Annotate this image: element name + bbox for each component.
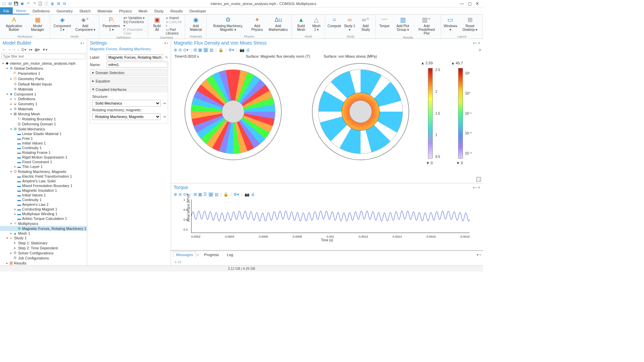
tree-node[interactable]: Rotating Frame 1 <box>22 150 51 155</box>
compute-button[interactable]: =Compute <box>327 15 341 28</box>
component-button[interactable]: ◈Component 1 ▾ <box>52 15 72 32</box>
zoom-extent-icon[interactable]: ⊙▾ <box>183 48 189 52</box>
zoom-in-icon[interactable]: ⊕ <box>174 192 177 197</box>
panel-controls[interactable]: ▾ ▪ <box>80 41 84 45</box>
tree-node[interactable]: Linear Elastic Material 1 <box>22 132 61 136</box>
study-1-button[interactable]: ∞Study 1 ▾ <box>342 15 357 32</box>
zoom-in-icon[interactable]: ⊕ <box>174 48 177 52</box>
tree-node[interactable]: Global Definitions <box>14 66 43 70</box>
tree-node[interactable]: Geometry Parts <box>18 77 44 81</box>
tree-node[interactable]: Solid Mechanics <box>18 127 45 131</box>
mb-nav-icon[interactable]: ← <box>2 48 6 52</box>
print-icon[interactable]: 🖨 <box>246 48 250 52</box>
qat-btn[interactable]: ▢ <box>1 1 7 6</box>
mb-nav-icon[interactable]: → <box>8 48 11 52</box>
add-plot-group-button[interactable]: ▥Add Plot Group ▾ <box>392 15 413 32</box>
variables-button[interactable]: a= Variables ▾ <box>123 16 145 20</box>
panel-controls[interactable]: ▾ ▪ ✕ <box>473 41 480 45</box>
tree-node[interactable]: Job Configurations <box>18 256 49 260</box>
tree-node[interactable]: Rotating Machinery, Magnetic <box>18 170 67 174</box>
tab-results[interactable]: Results <box>167 7 186 14</box>
tree-node[interactable]: Geometry 1 <box>18 102 37 106</box>
close-tab-icon[interactable]: × <box>197 253 199 257</box>
tree-node[interactable]: Ampère's Law 2 <box>22 202 49 206</box>
goto-icon[interactable]: ⇥ <box>163 101 166 106</box>
tree-node[interactable]: Step 1: Stationary <box>18 241 47 245</box>
plot-area-flux-stress[interactable]: Time=0.0018 s Surface: Magnetic flux den… <box>171 53 483 183</box>
functions-button[interactable]: f(x) Functions ▾ <box>123 20 145 27</box>
tree-node[interactable]: Electric Field Transformation 1 <box>22 174 72 178</box>
view-icon[interactable]: ☰ <box>203 192 207 197</box>
reset-desktop-button[interactable]: ⊞Reset Desktop ▾ <box>459 15 481 32</box>
qat-btn[interactable]: 🗑 <box>50 1 55 6</box>
section-equation[interactable]: ▸Equation <box>90 78 168 84</box>
panel-controls[interactable]: ▾ ▪ <box>164 41 168 45</box>
mb-nav-icon[interactable]: ↑ <box>13 48 15 52</box>
build-all-button[interactable]: ▣Build All <box>150 15 164 32</box>
tree-node[interactable]: Free 1 <box>22 136 33 140</box>
tree-node[interactable]: Component 1 <box>14 92 36 96</box>
tree-node[interactable]: Parameters 1 <box>18 71 40 75</box>
tab-developer[interactable]: Developer <box>186 7 210 14</box>
qat-btn[interactable]: ▣ <box>19 1 25 6</box>
maximize-button[interactable]: ▢ <box>468 1 472 6</box>
torque-plot-button[interactable]: 〰Torque <box>378 15 391 28</box>
clear-icon[interactable]: ↘ <box>174 260 177 264</box>
tab-materials[interactable]: Materials <box>94 7 116 14</box>
panel-controls[interactable]: ▾ ▪ <box>477 253 481 257</box>
section-coupled-interfaces[interactable]: ▾Coupled Interfaces <box>90 86 168 93</box>
tree-node[interactable]: Arkkio Torque Calculation 1 <box>22 217 67 221</box>
tree-node-selected[interactable]: Magnetic Forces, Rotating Machinery 1 <box>22 227 86 231</box>
tree-node[interactable]: Multiphysics <box>18 222 38 226</box>
add-mathematics-button[interactable]: ΔuAdd Mathematics <box>267 15 289 32</box>
add-component-button[interactable]: ◈⁺Add Component ▾ <box>74 15 97 32</box>
edit-icon[interactable]: ✎ <box>165 55 168 60</box>
section-domain-selection[interactable]: ▸Domain Selection <box>90 69 168 76</box>
tab-definitions[interactable]: Definitions <box>29 7 53 14</box>
zoom-out-icon[interactable]: ⊖ <box>178 48 182 52</box>
tree-node[interactable]: Mixed Formulation Boundary 1 <box>22 184 72 188</box>
view-icon[interactable]: ▤ <box>215 192 218 197</box>
zoom-out-icon[interactable]: ⊖ <box>178 192 182 197</box>
tree-node[interactable]: Materials <box>18 87 33 91</box>
tree-node[interactable]: Definitions <box>18 97 35 101</box>
view-icon[interactable]: ▤ <box>210 48 213 52</box>
tree-node[interactable]: Initial Values 1 <box>22 193 46 197</box>
view-icon[interactable]: ▥ <box>203 48 208 52</box>
view-icon[interactable]: ⊞ <box>194 192 197 197</box>
tree-node[interactable]: Study 1 <box>14 236 26 240</box>
tree-node[interactable]: Rigid Motion Suppression 1 <box>22 155 67 159</box>
qat-btn[interactable]: ▤ <box>7 1 13 6</box>
add-material-button[interactable]: ◉Add Material <box>187 15 204 32</box>
camera-icon[interactable]: 📷 <box>245 192 250 197</box>
tree-node[interactable]: Rotating Boundary 1 <box>22 117 56 121</box>
add-physics-button[interactable]: ✦Add Physics <box>249 15 265 32</box>
view-icon[interactable]: ▦ <box>198 48 202 52</box>
camera-icon[interactable]: 📷 <box>239 48 245 52</box>
close-button[interactable]: ✕ <box>476 1 479 6</box>
tab-home[interactable]: Home <box>13 7 29 14</box>
parameter-case-button[interactable]: Pᵢ Parameter Case <box>123 28 145 35</box>
import-button[interactable]: ⇙ Import <box>166 16 182 20</box>
tree-node[interactable]: Materials <box>18 107 33 111</box>
build-mesh-button[interactable]: ▲Build Mesh <box>294 15 308 32</box>
view-icon[interactable]: ⊞ <box>194 48 197 52</box>
tree-node[interactable]: Results <box>14 261 26 265</box>
tab-study[interactable]: Study <box>151 7 167 14</box>
qat-btn[interactable]: 💾 <box>13 1 19 6</box>
name-input[interactable] <box>107 62 168 68</box>
tree-node[interactable]: Multiphase Winding 1 <box>22 212 57 216</box>
tab-geometry[interactable]: Geometry <box>53 7 76 14</box>
structure-select[interactable]: Solid Mechanics <box>92 100 161 107</box>
lock-icon[interactable]: 🔒 <box>223 192 228 197</box>
tab-file[interactable]: File <box>0 7 13 14</box>
mesh-1-button[interactable]: △Mesh 1 ▾ <box>310 15 323 32</box>
mb-view-icon[interactable]: ☰▾ <box>21 48 26 52</box>
help-icon[interactable]: ? <box>479 48 481 52</box>
filter-input[interactable] <box>1 54 86 59</box>
tree-node[interactable]: Thin Layer 1 <box>22 165 43 169</box>
torque-chart[interactable]: Axial torque (N*m) 10.80.60.4 <box>191 199 470 233</box>
livelink-button[interactable]: ⊘ LiveLink ▾ <box>166 20 182 27</box>
goto-icon[interactable]: ⇥ <box>163 115 166 119</box>
tab-log[interactable]: Log <box>224 252 236 257</box>
